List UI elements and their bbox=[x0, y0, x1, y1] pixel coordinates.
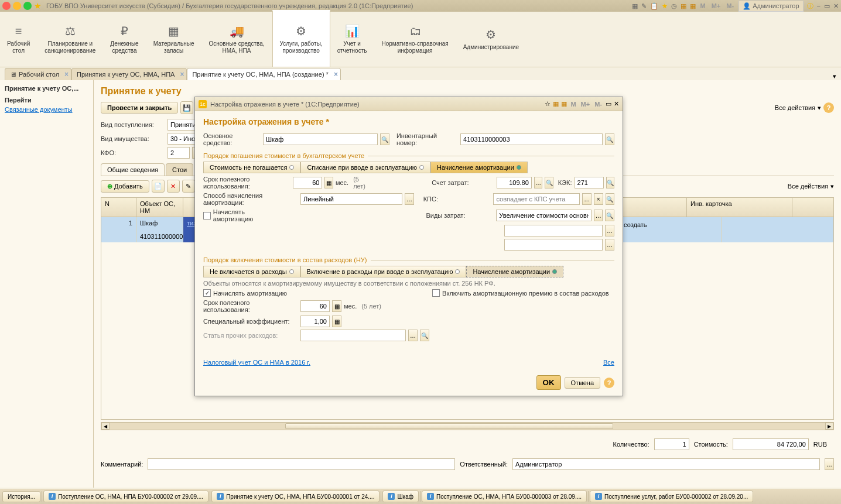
accrue-checkbox[interactable] bbox=[203, 212, 211, 220]
method-field[interactable] bbox=[300, 193, 402, 205]
clear-icon[interactable]: × bbox=[594, 193, 603, 205]
asset-field[interactable] bbox=[263, 133, 378, 145]
seg-writeoff[interactable]: Списание при вводе в эксплуатацию bbox=[300, 162, 430, 173]
section-admin[interactable]: ⚙Администрирование bbox=[456, 12, 527, 67]
seg-depreciation[interactable]: Начисление амортизации bbox=[430, 162, 528, 173]
life-field[interactable] bbox=[293, 177, 322, 188]
dropdown-icon[interactable]: ▾ bbox=[833, 73, 836, 80]
m-button[interactable]: M bbox=[569, 101, 577, 108]
all-link[interactable]: Все bbox=[603, 359, 614, 366]
save-icon[interactable]: 💾 bbox=[180, 101, 193, 114]
history-button[interactable]: История... bbox=[2, 491, 40, 502]
seg-include-intro[interactable]: Включение в расходы при вводе в эксплуат… bbox=[300, 266, 467, 277]
kfo-field[interactable] bbox=[167, 147, 190, 159]
ok-button[interactable]: OK bbox=[536, 375, 561, 390]
task-item[interactable]: iПоступление услуг, работ БУ00-000002 от… bbox=[590, 491, 753, 502]
ellipsis-icon[interactable]: … bbox=[605, 239, 614, 251]
search-icon[interactable]: 🔍 bbox=[605, 133, 614, 145]
inv-field[interactable] bbox=[460, 133, 603, 145]
toolbar-icon[interactable]: ◷ bbox=[671, 2, 677, 10]
memory-mplus-button[interactable]: M+ bbox=[710, 2, 722, 9]
seg-depreciation-tax[interactable]: Начисление амортизации bbox=[466, 266, 563, 277]
window-close-icon[interactable] bbox=[2, 2, 11, 10]
search-icon[interactable]: 🔍 bbox=[420, 330, 429, 341]
restore-icon[interactable]: ▭ bbox=[606, 100, 611, 108]
scroll-right-icon[interactable]: ▶ bbox=[825, 423, 833, 430]
stepper-icon[interactable]: ▦ bbox=[332, 300, 341, 312]
doc-tab-list[interactable]: Принятия к учету ОС, НМА, НПА× bbox=[71, 68, 187, 80]
section-assets[interactable]: 🚚Основные средства, НМА, НПА bbox=[201, 12, 272, 67]
user-button[interactable]: 👤 Администратор bbox=[739, 1, 803, 12]
toolbar-icon[interactable]: ✎ bbox=[641, 2, 647, 10]
section-planning[interactable]: ⚖Планирование и санкционирование bbox=[37, 12, 103, 67]
types-field[interactable] bbox=[496, 210, 592, 221]
calendar-icon[interactable]: ▦ bbox=[690, 2, 696, 10]
favorite-icon[interactable]: ★ bbox=[34, 1, 42, 11]
delete-icon[interactable]: ✕ bbox=[167, 180, 180, 193]
ellipsis-icon[interactable]: … bbox=[405, 193, 414, 205]
toolbar-icon[interactable]: 📋 bbox=[650, 2, 658, 10]
stepper-icon[interactable]: ▦ bbox=[324, 177, 333, 188]
all-actions-table-button[interactable]: Все действия bbox=[788, 183, 828, 190]
close-icon[interactable]: ✕ bbox=[833, 2, 839, 10]
task-item[interactable]: iПоступление ОС, НМА, НПА БУ00-000003 от… bbox=[422, 491, 587, 502]
window-minimize-icon[interactable] bbox=[13, 2, 21, 10]
doc-tab-create[interactable]: Принятие к учету ОС, НМА, НПА (создание)… bbox=[187, 68, 341, 80]
task-item[interactable]: iПоступление ОС, НМА, НПА БУ00-000002 от… bbox=[43, 491, 208, 502]
close-icon[interactable]: × bbox=[180, 70, 184, 78]
scroll-left-icon[interactable]: ◀ bbox=[101, 423, 110, 430]
chevron-down-icon[interactable]: ▾ bbox=[818, 104, 821, 112]
account-field[interactable] bbox=[497, 177, 532, 188]
help-icon[interactable]: ? bbox=[604, 378, 614, 388]
section-reference[interactable]: 🗂Нормативно-справочная информация bbox=[374, 12, 456, 67]
toolbar-icon[interactable]: ▦ bbox=[632, 2, 638, 10]
premium-checkbox[interactable] bbox=[432, 289, 440, 297]
kps-field[interactable] bbox=[493, 193, 580, 205]
task-item[interactable]: iШкаф bbox=[382, 491, 419, 502]
section-reporting[interactable]: 📊Учет и отчетность bbox=[330, 12, 375, 67]
seg-not-included[interactable]: Не включается в расходы bbox=[203, 266, 300, 277]
search-icon[interactable]: 🔍 bbox=[545, 177, 553, 188]
window-maximize-icon[interactable] bbox=[23, 2, 32, 10]
responsible-field[interactable] bbox=[512, 458, 820, 470]
copy-icon[interactable]: 📄 bbox=[152, 180, 165, 193]
sidebar-link-related[interactable]: Связанные документы bbox=[5, 106, 88, 113]
mminus-button[interactable]: M- bbox=[593, 101, 603, 108]
close-icon[interactable]: × bbox=[334, 70, 338, 78]
memory-mminus-button[interactable]: M- bbox=[725, 2, 735, 9]
cancel-button[interactable]: Отмена bbox=[565, 377, 600, 389]
seg-no-repay[interactable]: Стоимость не погашается bbox=[203, 162, 300, 173]
ellipsis-icon[interactable]: … bbox=[408, 330, 418, 341]
restore-icon[interactable]: ▭ bbox=[824, 2, 830, 10]
star-icon[interactable]: ★ bbox=[662, 2, 668, 10]
search-icon[interactable]: 🔍 bbox=[605, 210, 614, 221]
horizontal-scrollbar[interactable]: ◀ ▶ bbox=[101, 422, 834, 430]
calc-icon[interactable]: ▦ bbox=[553, 100, 559, 108]
task-item[interactable]: iПринятие к учету ОС, НМА, НПА БУ00-0000… bbox=[211, 491, 380, 502]
memory-m-button[interactable]: M bbox=[699, 2, 707, 9]
chevron-down-icon[interactable]: ▾ bbox=[830, 183, 834, 190]
calendar-icon[interactable]: ▦ bbox=[561, 100, 567, 108]
extra-field-1[interactable] bbox=[504, 225, 603, 236]
add-button[interactable]: ⊕ Добавить bbox=[101, 180, 149, 193]
section-services[interactable]: ⚙Услуги, работы, производство bbox=[272, 10, 330, 67]
close-icon[interactable]: ✕ bbox=[614, 100, 619, 108]
mplus-button[interactable]: M+ bbox=[580, 101, 592, 108]
tab-general[interactable]: Общие сведения bbox=[101, 163, 165, 176]
search-icon[interactable]: 🔍 bbox=[606, 193, 615, 205]
calculator-icon[interactable]: ▦ bbox=[681, 2, 686, 10]
cost-field[interactable] bbox=[733, 438, 809, 450]
tax-link[interactable]: Налоговый учет ОС и НМА в 2016 г. bbox=[203, 359, 310, 366]
ellipsis-icon[interactable]: … bbox=[825, 458, 834, 470]
close-icon[interactable]: × bbox=[64, 70, 69, 78]
post-and-close-button[interactable]: Провести и закрыть bbox=[101, 102, 178, 114]
help-icon[interactable]: ? bbox=[823, 102, 834, 113]
minimize-icon[interactable]: − bbox=[817, 2, 821, 9]
ellipsis-icon[interactable]: … bbox=[594, 210, 603, 221]
info-icon[interactable]: ⓘ bbox=[807, 2, 813, 11]
search-icon[interactable]: 🔍 bbox=[380, 133, 389, 145]
tab-cost[interactable]: Стои bbox=[166, 163, 193, 176]
accrue-checkbox-2[interactable] bbox=[203, 289, 211, 297]
coef-field[interactable] bbox=[300, 316, 330, 327]
all-actions-button[interactable]: Все действия bbox=[775, 104, 815, 111]
